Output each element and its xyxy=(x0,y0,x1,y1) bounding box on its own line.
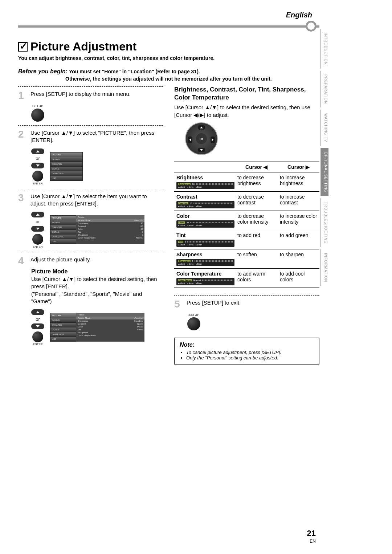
menu-item: CHANNEL xyxy=(50,323,76,327)
adjustment-table: Cursor ◀ Cursor ▶ BrightnessBrightness30… xyxy=(174,162,319,288)
cursor-updown-illustration-2: or ENTER xyxy=(31,211,44,248)
step-4-text: Adjust the picture quality. xyxy=(30,256,163,266)
svg-marker-1 xyxy=(36,164,40,167)
slider-mock: Sharpness0AdjustMoveEnter xyxy=(176,259,234,266)
menu-row: TintGame xyxy=(76,328,144,331)
cursor-updown-illustration: or ENTER xyxy=(31,148,44,185)
table-row: Color TemperatureColor Temp.NormalAdjust… xyxy=(174,268,319,288)
menu-row: Picture ModePersonal xyxy=(76,317,144,319)
language-label: English xyxy=(286,11,312,19)
menu-row: ColorMovie xyxy=(76,325,144,328)
menu-item: DETAIL xyxy=(50,167,83,171)
before-lead: Before you begin: xyxy=(18,68,68,74)
side-tab-introduction: INTRODUCTION xyxy=(320,29,328,69)
step-3: 3 Use [Cursor ▲/▼] to select the item yo… xyxy=(18,193,163,208)
menu-item: SOUND xyxy=(50,157,83,162)
table-row: TintTint0AdjustMoveEnterto add redto add… xyxy=(174,230,319,249)
page-title: Picture Adjustment xyxy=(18,40,319,53)
intro-text: You can adjust brightness, contrast, col… xyxy=(18,55,319,61)
menu-row: Sharpness0 xyxy=(76,233,144,236)
before-line2: Otherwise, the settings you adjusted wil… xyxy=(65,76,272,82)
slider-mock: Color36AdjustMoveEnter xyxy=(176,220,234,228)
full-dpad-illustration: or xyxy=(185,122,218,155)
picture-mode-text1: Use [Cursor ▲/▼] to select the desired s… xyxy=(31,276,163,290)
header-circle-icon xyxy=(306,21,317,32)
menu-row: Brightness30 xyxy=(76,222,144,225)
setup-button-illustration: SETUP xyxy=(31,104,44,122)
picture-mode-head: Picture Mode xyxy=(31,268,163,275)
svg-marker-5 xyxy=(36,325,40,327)
side-tab-optional-setting: OPTIONAL SETTING xyxy=(320,148,328,196)
table-row: ColorColor36AdjustMoveEnterto decrease c… xyxy=(174,211,319,230)
menu-item: USB xyxy=(50,239,76,244)
subsection-text: Use [Cursor ▲/▼] to select the desired s… xyxy=(174,104,319,119)
side-tab-information: INFORMATION xyxy=(320,249,328,286)
menu-row: Sharpness xyxy=(76,331,144,334)
svg-marker-7 xyxy=(200,149,203,151)
menu-item: DETAIL xyxy=(50,327,76,332)
menu-item: CHANNEL xyxy=(50,162,83,167)
slider-mock: Brightness30AdjustMoveEnter xyxy=(176,182,234,189)
picture-mode-menu-mock: PICTURESOUNDCHANNELDETAILLANGUAGEUSB Pic… xyxy=(50,313,144,342)
menu-row: Color TemperatureNormal xyxy=(76,236,144,239)
svg-marker-6 xyxy=(200,126,203,128)
note-item: Only the "Personal" setting can be adjus… xyxy=(186,355,314,360)
svg-marker-9 xyxy=(212,138,214,141)
step-1: 1 Press [SETUP] to display the main menu… xyxy=(18,90,163,101)
step-2: 2 Use [Cursor ▲/▼] to select "PICTURE", … xyxy=(18,129,163,144)
menu-item: CHANNEL xyxy=(50,225,76,230)
page-number: 21 xyxy=(307,529,316,538)
menu-item: LANGUAGE xyxy=(50,332,76,337)
slider-mock: Tint0AdjustMoveEnter xyxy=(176,240,234,247)
main-menu-mock: PICTURESOUNDCHANNELDETAILLANGUAGEUSB xyxy=(50,152,83,181)
menu-row: ContrastSports xyxy=(76,322,144,325)
menu-item: USB xyxy=(50,176,83,181)
menu-item: DETAIL xyxy=(50,230,76,235)
menu-item: PICTURE xyxy=(50,313,76,318)
menu-item: LANGUAGE xyxy=(50,171,83,176)
table-row: ContrastContrast60AdjustMoveEnterto decr… xyxy=(174,191,319,211)
menu-row: Tint0 xyxy=(76,231,144,233)
slider-mock: Color Temp.NormalAdjustMoveEnter xyxy=(176,278,234,285)
subsection-head: Brightness, Contrast, Color, Tint, Sharp… xyxy=(174,86,319,102)
side-tab-troubleshooting: TROUBLESHOOTING xyxy=(320,198,328,248)
step-num-1: 1 xyxy=(18,90,27,101)
side-tab-watching-tv: WATCHING TV xyxy=(320,110,328,146)
menu-row: Contrast60 xyxy=(76,225,144,228)
section-tabs: INTRODUCTIONPREPARATIONWATCHING TVOPTION… xyxy=(320,29,328,286)
note-head: Note: xyxy=(180,342,314,348)
cursor-updown-illustration-3: or ENTER xyxy=(31,309,44,346)
step-1-text: Press [SETUP] to display the main menu. xyxy=(30,90,163,101)
svg-marker-4 xyxy=(36,311,40,313)
note-item: To cancel picture adjustment, press [SET… xyxy=(186,350,314,355)
before-line1: You must set "Home" in "Location" (Refer… xyxy=(69,69,200,74)
menu-item: USB xyxy=(50,337,76,342)
svg-marker-0 xyxy=(36,150,40,152)
step-3-text: Use [Cursor ▲/▼] to select the item you … xyxy=(30,193,163,208)
step-2-text: Use [Cursor ▲/▼] to select "PICTURE", th… xyxy=(30,129,163,144)
menu-item: LANGUAGE xyxy=(50,235,76,239)
note-box: Note: To cancel picture adjustment, pres… xyxy=(174,338,319,364)
picture-mode-text2: ("Personal", "Standard", "Sports", "Movi… xyxy=(31,290,163,305)
th-cursor-left: Cursor ◀ xyxy=(235,162,278,172)
menu-item: PICTURE xyxy=(50,152,83,157)
page-lang: EN xyxy=(310,539,316,544)
picture-menu-mock: PICTURESOUNDCHANNELDETAILLANGUAGEUSB Pic… xyxy=(50,215,144,244)
side-tab-preparation: PREPARATION xyxy=(320,71,328,107)
menu-item: PICTURE xyxy=(50,215,76,220)
setup-button-illustration-2: SETUP xyxy=(187,313,200,330)
before-you-begin: Before you begin: You must set "Home" in… xyxy=(18,68,319,82)
th-cursor-right: Cursor ▶ xyxy=(278,162,319,172)
svg-marker-2 xyxy=(36,213,40,216)
menu-row: Color Temperature xyxy=(76,334,144,337)
slider-mock: Contrast60AdjustMoveEnter xyxy=(176,201,234,208)
menu-item: SOUND xyxy=(50,318,76,323)
menu-row: BrightnessStandard xyxy=(76,319,144,322)
table-row: BrightnessBrightness30AdjustMoveEnterto … xyxy=(174,172,319,191)
svg-marker-8 xyxy=(189,138,191,141)
menu-row: Color36 xyxy=(76,228,144,231)
svg-marker-3 xyxy=(36,228,40,230)
menu-item: SOUND xyxy=(50,220,76,225)
step-5-text: Press [SETUP] to exit. xyxy=(187,299,319,309)
title-text: Picture Adjustment xyxy=(30,40,136,53)
